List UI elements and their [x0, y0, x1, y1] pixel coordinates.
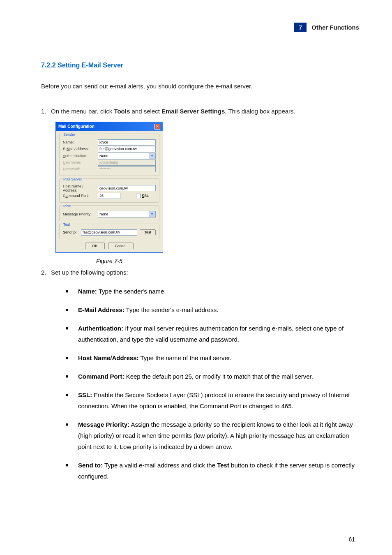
- cancel-button[interactable]: Cancel: [108, 243, 134, 249]
- dialog-screenshot: Mail Configuration × Sender Name: E-Mail…: [55, 122, 359, 253]
- figure-caption: Figure 7-5: [55, 258, 163, 264]
- username-label: Username:: [63, 160, 98, 164]
- list-item: ■ Authentication: If your mail server re…: [66, 323, 359, 345]
- list-item: ■ SSL: Enable the Secure Sockets Layer (…: [66, 389, 359, 412]
- mailserver-legend: Mail Server: [62, 177, 83, 181]
- step-2: 2.Set up the following options:: [41, 267, 359, 279]
- host-input[interactable]: [98, 185, 156, 191]
- ssl-checkbox[interactable]: [136, 194, 141, 198]
- page-number: 61: [348, 536, 355, 543]
- test-button[interactable]: Test: [140, 229, 156, 235]
- test-fieldset: Test Send to: Test: [59, 224, 159, 239]
- sender-legend: Sender: [62, 132, 76, 136]
- chapter-badge: 7: [294, 23, 307, 32]
- port-label: Command Port:: [63, 194, 98, 198]
- host-label: Host Name / Address:: [63, 184, 98, 192]
- password-label: Password:: [63, 167, 98, 171]
- name-label: Name:: [63, 140, 98, 144]
- mailserver-fieldset: Mail Server Host Name / Address: Command…: [59, 178, 159, 203]
- priority-select[interactable]: None ▼: [98, 211, 156, 217]
- password-input: [98, 166, 156, 172]
- page-header: 7 Other Functions: [294, 23, 359, 32]
- ok-button[interactable]: OK: [85, 243, 104, 249]
- auth-label: Authentication:: [63, 154, 98, 158]
- sender-fieldset: Sender Name: E-Mail Address: Authenticat…: [59, 134, 159, 176]
- email-label: E-Mail Address:: [63, 147, 98, 151]
- misc-fieldset: Misc Message Priority: None ▼: [59, 205, 159, 221]
- options-list: ■ Name: Type the sender's name. ■ E-Mail…: [66, 286, 359, 482]
- chevron-down-icon: ▼: [149, 211, 155, 217]
- test-legend: Test: [62, 222, 71, 227]
- list-item: ■ Name: Type the sender's name.: [66, 286, 359, 297]
- list-item: ■ Message Priority: Assign the message a…: [66, 419, 359, 452]
- username-input: [98, 160, 156, 166]
- list-item: ■ Host Name/Address: Type the name of th…: [66, 352, 359, 363]
- name-input[interactable]: [98, 139, 156, 146]
- list-item: ■ Send to: Type a valid e-mail address a…: [66, 460, 359, 482]
- close-icon[interactable]: ×: [154, 124, 160, 130]
- auth-select[interactable]: None ▼: [98, 153, 156, 159]
- list-item: ■ Command Port: Keep the default port 25…: [66, 371, 359, 382]
- intro-text: Before you can send out e-mail alerts, y…: [41, 81, 359, 91]
- dialog-titlebar: Mail Configuration ×: [56, 122, 163, 131]
- chevron-down-icon: ▼: [149, 153, 155, 159]
- section-title: 7.2.2 Setting E-Mail Server: [41, 62, 359, 69]
- port-input[interactable]: [98, 193, 120, 199]
- ssl-label: SSL: [142, 194, 149, 198]
- misc-legend: Misc: [62, 204, 72, 208]
- step-1: 1.On the menu bar, click Tools and selec…: [41, 106, 359, 118]
- email-input[interactable]: [98, 146, 156, 152]
- dialog-title-text: Mail Configuration: [58, 124, 95, 129]
- list-item: ■ E-Mail Address: Type the sender's e-ma…: [66, 304, 359, 315]
- priority-label: Message Priority:: [63, 212, 98, 216]
- chapter-text: Other Functions: [311, 24, 359, 31]
- sendto-label: Send to:: [63, 230, 78, 234]
- sendto-input[interactable]: [81, 229, 137, 236]
